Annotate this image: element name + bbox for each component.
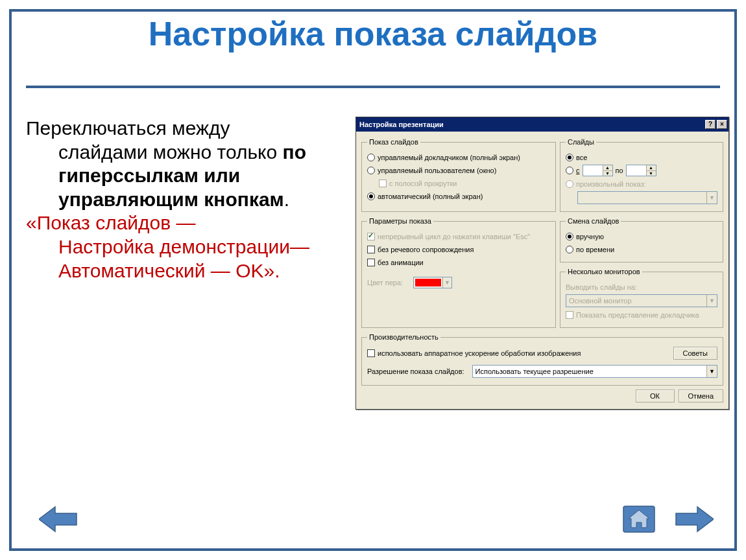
svg-marker-0 bbox=[39, 507, 77, 531]
close-button[interactable]: × bbox=[717, 120, 727, 129]
label: Разрешение показа слайдов: bbox=[367, 368, 464, 375]
radio-label: управляемый пользователем (окно) bbox=[378, 167, 496, 174]
pen-color-picker[interactable]: ▼ bbox=[413, 277, 452, 288]
group-slides: Слайды все с ▲▼ по ▲▼ произвольный показ… bbox=[560, 138, 723, 212]
dialog-title: Настройка презентации bbox=[359, 121, 444, 128]
checkbox-label: без анимации bbox=[378, 259, 424, 266]
nav-next-button[interactable] bbox=[675, 504, 714, 534]
radio[interactable] bbox=[367, 192, 375, 200]
svg-marker-3 bbox=[676, 507, 714, 531]
label: Выводить слайды на: bbox=[566, 283, 637, 291]
ok-button[interactable]: ОК bbox=[636, 390, 675, 402]
spin-input[interactable] bbox=[583, 165, 603, 176]
radio-label: вручную bbox=[576, 233, 604, 240]
group-performance: Производительность использовать аппаратн… bbox=[361, 333, 723, 386]
nav-home-button[interactable] bbox=[620, 504, 658, 534]
color-swatch bbox=[415, 278, 442, 287]
title-divider bbox=[26, 86, 720, 88]
help-button[interactable]: ? bbox=[705, 120, 716, 129]
cancel-button[interactable]: Отмена bbox=[679, 390, 723, 402]
radio[interactable] bbox=[566, 246, 573, 253]
radio[interactable] bbox=[367, 154, 375, 161]
radio-label: произвольный показ: bbox=[576, 180, 646, 188]
presentation-setup-dialog: Настройка презентации ? × Показ слайдов … bbox=[355, 117, 729, 410]
group-legend: Производительность bbox=[367, 333, 440, 341]
radio[interactable] bbox=[566, 233, 573, 240]
text-line-red: «Показ слайдов — bbox=[26, 211, 318, 235]
label: по bbox=[616, 167, 623, 174]
arrow-left-icon bbox=[39, 504, 78, 534]
page-title: Настройка показа слайдов bbox=[0, 14, 746, 53]
checkbox-label: без речевого сопровождения bbox=[378, 246, 474, 253]
group-legend: Смена слайдов bbox=[566, 217, 621, 225]
group-legend: Параметры показа bbox=[367, 217, 433, 225]
radio[interactable] bbox=[367, 167, 375, 174]
checkbox[interactable] bbox=[367, 349, 375, 357]
radio bbox=[566, 180, 573, 188]
custom-show-combo: ▼ bbox=[577, 191, 717, 204]
dialog-titlebar[interactable]: Настройка презентации ? × bbox=[356, 117, 728, 132]
checkbox bbox=[379, 180, 387, 187]
spin-from[interactable]: ▲▼ bbox=[583, 165, 613, 176]
checkbox[interactable] bbox=[367, 246, 375, 253]
nav-prev-button[interactable] bbox=[39, 504, 78, 534]
checkbox-label: непрерывный цикл до нажатия клавиши "Esc… bbox=[378, 233, 530, 240]
group-legend: Показ слайдов bbox=[367, 138, 420, 146]
checkbox-label: использовать аппаратное ускорение обрабо… bbox=[378, 349, 581, 357]
spin-to[interactable]: ▲▼ bbox=[626, 165, 656, 176]
slide-body-text: Переключаться между слайдами можно тольк… bbox=[26, 117, 318, 283]
checkbox[interactable] bbox=[367, 259, 375, 266]
label: Цвет пера: bbox=[367, 279, 403, 286]
text-line: слайдами можно только по гиперссылкам ил… bbox=[26, 141, 318, 212]
tips-button[interactable]: Советы bbox=[673, 347, 717, 360]
group-advance: Смена слайдов вручную по времени bbox=[560, 217, 723, 262]
checkbox bbox=[367, 233, 375, 240]
home-icon bbox=[620, 504, 658, 534]
radio-label: все bbox=[576, 154, 587, 161]
checkbox-label: с полосой прокрутки bbox=[389, 180, 457, 187]
monitor-combo: Основной монитор▼ bbox=[566, 294, 717, 307]
arrow-right-icon bbox=[675, 504, 714, 534]
spin-input[interactable] bbox=[627, 165, 646, 176]
radio[interactable] bbox=[566, 167, 573, 174]
radio-label: с bbox=[576, 167, 580, 174]
group-show-type: Показ слайдов управляемый докладчиком (п… bbox=[361, 138, 556, 212]
radio-label: автоматический (полный экран) bbox=[378, 192, 483, 200]
radio-label: по времени bbox=[576, 246, 614, 253]
group-legend: Несколько мониторов bbox=[566, 268, 642, 275]
group-legend: Слайды bbox=[566, 138, 596, 146]
checkbox bbox=[566, 311, 573, 319]
group-monitors: Несколько мониторов Выводить слайды на: … bbox=[560, 268, 723, 328]
checkbox-label: Показать представление докладчика bbox=[576, 311, 699, 319]
resolution-combo[interactable]: Использовать текущее разрешение▼ bbox=[472, 365, 717, 378]
text-line-red: Настройка демонстрации— Автоматический —… bbox=[26, 235, 318, 283]
group-show-options: Параметры показа непрерывный цикл до наж… bbox=[361, 217, 556, 328]
radio[interactable] bbox=[566, 154, 573, 161]
radio-label: управляемый докладчиком (полный экран) bbox=[378, 154, 520, 161]
text-line: Переключаться между bbox=[26, 117, 318, 141]
